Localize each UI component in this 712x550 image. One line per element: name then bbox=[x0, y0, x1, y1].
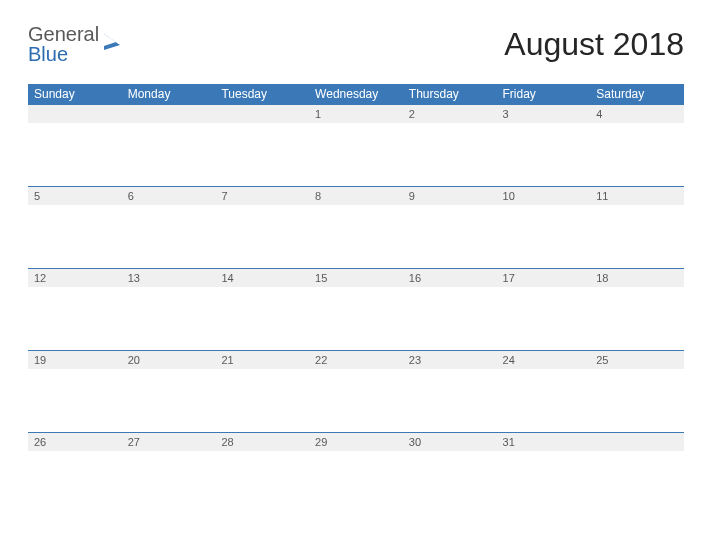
day-number: 6 bbox=[122, 186, 216, 205]
day-number: 3 bbox=[497, 104, 591, 123]
day-number: 27 bbox=[122, 432, 216, 451]
logo-text-general: General bbox=[28, 23, 99, 45]
day-number: . bbox=[590, 432, 684, 451]
day-number: 8 bbox=[309, 186, 403, 205]
day-number: 25 bbox=[590, 350, 684, 369]
day-cell: 7 bbox=[215, 186, 309, 268]
day-header: Saturday bbox=[590, 84, 684, 104]
day-cell: 1 bbox=[309, 104, 403, 186]
day-number: 24 bbox=[497, 350, 591, 369]
day-cell: . bbox=[122, 104, 216, 186]
day-cell: 22 bbox=[309, 350, 403, 432]
day-cell: 15 bbox=[309, 268, 403, 350]
day-number: 2 bbox=[403, 104, 497, 123]
day-number: 28 bbox=[215, 432, 309, 451]
day-header: Sunday bbox=[28, 84, 122, 104]
day-cell: . bbox=[215, 104, 309, 186]
day-number: 4 bbox=[590, 104, 684, 123]
day-number: 30 bbox=[403, 432, 497, 451]
day-header: Thursday bbox=[403, 84, 497, 104]
day-cell: 20 bbox=[122, 350, 216, 432]
day-number: 20 bbox=[122, 350, 216, 369]
day-cell: 8 bbox=[309, 186, 403, 268]
day-number: 22 bbox=[309, 350, 403, 369]
day-number: 26 bbox=[28, 432, 122, 451]
day-cell: 6 bbox=[122, 186, 216, 268]
day-header: Tuesday bbox=[215, 84, 309, 104]
day-number: 31 bbox=[497, 432, 591, 451]
day-cell: 10 bbox=[497, 186, 591, 268]
day-cell: . bbox=[590, 432, 684, 514]
day-number: . bbox=[122, 104, 216, 123]
day-cell: 26 bbox=[28, 432, 122, 514]
calendar-table: Sunday Monday Tuesday Wednesday Thursday… bbox=[28, 84, 684, 514]
day-cell: 12 bbox=[28, 268, 122, 350]
day-header: Wednesday bbox=[309, 84, 403, 104]
day-cell: 14 bbox=[215, 268, 309, 350]
day-cell: 30 bbox=[403, 432, 497, 514]
day-number: 12 bbox=[28, 268, 122, 287]
day-number: 14 bbox=[215, 268, 309, 287]
day-number: 7 bbox=[215, 186, 309, 205]
header: General Blue August 2018 bbox=[28, 24, 684, 64]
day-number: 13 bbox=[122, 268, 216, 287]
day-cell: 17 bbox=[497, 268, 591, 350]
day-cell: 25 bbox=[590, 350, 684, 432]
day-cell: 4 bbox=[590, 104, 684, 186]
day-cell: 27 bbox=[122, 432, 216, 514]
week-row: ...1234 bbox=[28, 104, 684, 186]
day-cell: 31 bbox=[497, 432, 591, 514]
day-number: 9 bbox=[403, 186, 497, 205]
day-number: 11 bbox=[590, 186, 684, 205]
triangle-icon bbox=[103, 33, 121, 55]
day-number: . bbox=[215, 104, 309, 123]
logo: General Blue bbox=[28, 24, 121, 64]
day-number: 17 bbox=[497, 268, 591, 287]
day-cell: 18 bbox=[590, 268, 684, 350]
day-cell: 3 bbox=[497, 104, 591, 186]
day-cell: 29 bbox=[309, 432, 403, 514]
day-number: 1 bbox=[309, 104, 403, 123]
day-cell: 11 bbox=[590, 186, 684, 268]
day-number: 19 bbox=[28, 350, 122, 369]
day-cell: 9 bbox=[403, 186, 497, 268]
day-number: 18 bbox=[590, 268, 684, 287]
day-number: . bbox=[28, 104, 122, 123]
week-row: 19202122232425 bbox=[28, 350, 684, 432]
day-cell: 5 bbox=[28, 186, 122, 268]
day-cell: 23 bbox=[403, 350, 497, 432]
day-cell: 19 bbox=[28, 350, 122, 432]
day-number: 23 bbox=[403, 350, 497, 369]
week-row: 262728293031. bbox=[28, 432, 684, 514]
week-row: 12131415161718 bbox=[28, 268, 684, 350]
day-cell: 2 bbox=[403, 104, 497, 186]
day-number: 29 bbox=[309, 432, 403, 451]
calendar-body: ...1234567891011121314151617181920212223… bbox=[28, 104, 684, 514]
logo-text-blue: Blue bbox=[28, 43, 68, 65]
day-header-row: Sunday Monday Tuesday Wednesday Thursday… bbox=[28, 84, 684, 104]
day-cell: 13 bbox=[122, 268, 216, 350]
day-number: 15 bbox=[309, 268, 403, 287]
day-cell: . bbox=[28, 104, 122, 186]
day-cell: 24 bbox=[497, 350, 591, 432]
day-cell: 21 bbox=[215, 350, 309, 432]
day-number: 21 bbox=[215, 350, 309, 369]
day-cell: 28 bbox=[215, 432, 309, 514]
day-cell: 16 bbox=[403, 268, 497, 350]
day-number: 10 bbox=[497, 186, 591, 205]
week-row: 567891011 bbox=[28, 186, 684, 268]
day-header: Monday bbox=[122, 84, 216, 104]
calendar-title: August 2018 bbox=[504, 26, 684, 63]
day-number: 5 bbox=[28, 186, 122, 205]
day-number: 16 bbox=[403, 268, 497, 287]
day-header: Friday bbox=[497, 84, 591, 104]
